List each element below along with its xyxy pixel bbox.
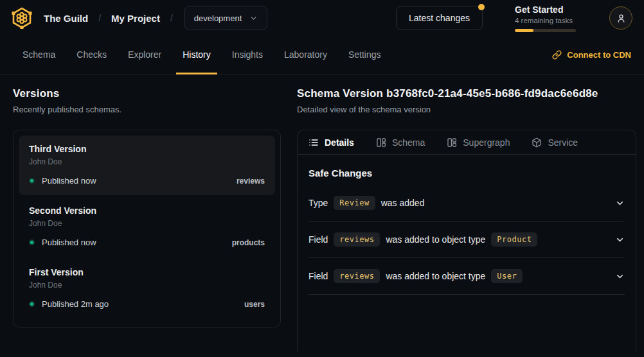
list-icon — [309, 137, 319, 148]
user-avatar[interactable] — [609, 6, 632, 30]
breadcrumb-project[interactable]: My Project — [111, 13, 160, 24]
tab-insights[interactable]: Insights — [226, 36, 269, 74]
service-name-label: reviews — [237, 177, 265, 186]
code-badge: Review — [334, 196, 375, 210]
published-status-dot — [29, 301, 35, 307]
chevron-down-icon[interactable] — [615, 198, 625, 208]
tab-checks[interactable]: Checks — [70, 36, 113, 74]
breadcrumb-separator: / — [98, 13, 101, 23]
chevron-down-icon — [249, 14, 258, 22]
version-title: Third Version — [29, 144, 265, 154]
versions-panel: Versions Recently published schemas. Thi… — [13, 87, 281, 357]
get-started-progress-fill — [515, 29, 533, 32]
breadcrumb-org[interactable]: The Guild — [44, 13, 88, 24]
safe-changes-heading: Safe Changes — [309, 168, 625, 178]
tab-schema[interactable]: Schema — [16, 36, 62, 74]
detail-tab-service[interactable]: Service — [532, 137, 578, 148]
version-title: Second Version — [29, 205, 265, 216]
get-started-title: Get Started — [515, 4, 576, 15]
published-status-label: Published 2m ago — [42, 299, 109, 309]
schema-version-subtitle: Detailed view of the schema version — [297, 105, 636, 114]
detail-tab-label: Details — [325, 137, 354, 148]
environment-selector[interactable]: development — [184, 6, 267, 30]
published-status-dot — [29, 239, 35, 245]
version-meta: Published 2m ago users — [29, 299, 265, 309]
change-text: Field — [309, 271, 328, 281]
code-badge: reviews — [334, 269, 380, 283]
connect-to-cdn-button[interactable]: Connect to CDN — [552, 36, 631, 74]
latest-changes-label: Latest changes — [409, 13, 470, 23]
service-name-label: products — [232, 238, 265, 247]
connect-to-cdn-label: Connect to CDN — [567, 50, 631, 60]
panels-icon — [447, 137, 457, 148]
get-started-progress-bar — [515, 29, 576, 32]
detail-tab-schema[interactable]: Schema — [376, 137, 425, 148]
chevron-down-icon[interactable] — [615, 235, 625, 245]
latest-changes-button[interactable]: Latest changes — [396, 6, 483, 30]
page-content: Versions Recently published schemas. Thi… — [0, 74, 644, 357]
schema-version-title: Schema Version b3768fc0-21a4-45e5-b686-f… — [297, 87, 636, 100]
detail-tab-label: Supergraph — [463, 137, 510, 148]
change-text: Type — [309, 198, 328, 208]
environment-selector-value: development — [194, 13, 242, 23]
cube-icon — [532, 137, 542, 148]
change-text: Field — [309, 234, 328, 245]
published-status-label: Published now — [42, 176, 96, 186]
detail-tab-label: Service — [548, 137, 578, 148]
get-started-widget[interactable]: Get Started 4 remaining tasks — [515, 4, 576, 32]
detail-content: Safe Changes Type Review was added Field… — [298, 155, 636, 295]
schema-version-panel: Schema Version b3768fc0-21a4-45e5-b686-f… — [297, 87, 636, 357]
tab-settings[interactable]: Settings — [342, 36, 388, 74]
versions-title: Versions — [13, 87, 281, 100]
detail-tab-details[interactable]: Details — [309, 137, 354, 148]
get-started-subtitle: 4 remaining tasks — [515, 17, 576, 24]
top-header: The Guild / My Project / development Lat… — [0, 0, 644, 36]
change-row-field-product[interactable]: Field reviews was added to object type P… — [309, 222, 625, 258]
change-text: was added — [381, 198, 425, 208]
service-name-label: users — [244, 300, 265, 309]
detail-tabs: Details Schema Supergraph — [298, 130, 636, 155]
change-row-field-user[interactable]: Field reviews was added to object type U… — [309, 258, 625, 295]
notification-dot — [478, 4, 485, 10]
code-badge: reviews — [334, 232, 380, 247]
tab-explorer[interactable]: Explorer — [121, 36, 168, 74]
tab-history[interactable]: History — [176, 36, 217, 74]
chevron-down-icon[interactable] — [615, 272, 625, 281]
link-icon — [552, 50, 562, 60]
change-text: was added to object type — [386, 271, 485, 281]
published-status-label: Published now — [42, 238, 96, 247]
version-item-first[interactable]: First Version John Doe Published 2m ago … — [19, 259, 275, 318]
version-title: First Version — [29, 267, 265, 277]
main-nav: Schema Checks Explorer History Insights … — [0, 36, 644, 74]
published-status-dot — [29, 178, 35, 184]
version-author: John Doe — [29, 157, 265, 166]
version-list: Third Version John Doe Published now rev… — [13, 130, 281, 327]
versions-subtitle: Recently published schemas. — [13, 105, 281, 114]
version-meta: Published now reviews — [29, 176, 265, 186]
panels-icon — [376, 137, 386, 148]
schema-version-detail-box: Details Schema Supergraph — [297, 130, 636, 352]
version-author: John Doe — [29, 219, 265, 228]
tab-laboratory[interactable]: Laboratory — [278, 36, 334, 74]
breadcrumb-separator: / — [170, 13, 173, 23]
version-item-third[interactable]: Third Version John Doe Published now rev… — [19, 135, 275, 195]
code-badge: User — [491, 269, 523, 283]
change-row-type-review[interactable]: Type Review was added — [309, 185, 625, 222]
detail-tab-label: Schema — [392, 137, 425, 148]
change-text: was added to object type — [386, 234, 485, 245]
detail-tab-supergraph[interactable]: Supergraph — [447, 137, 510, 148]
user-icon — [616, 13, 627, 24]
version-meta: Published now products — [29, 238, 265, 247]
nav-tabs: Schema Checks Explorer History Insights … — [16, 36, 388, 74]
guild-honeycomb-logo-icon[interactable] — [10, 6, 33, 30]
version-item-second[interactable]: Second Version John Doe Published now pr… — [19, 197, 275, 257]
version-author: John Doe — [29, 281, 265, 290]
code-badge: Product — [491, 232, 537, 247]
